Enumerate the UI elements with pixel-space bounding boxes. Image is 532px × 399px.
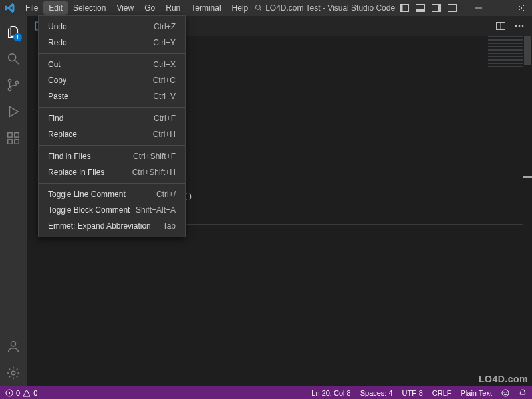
title-text: LO4D.com Test - Visual Studio Code <box>265 3 395 13</box>
svg-rect-3 <box>400 5 403 12</box>
menu-terminal[interactable]: Terminal <box>186 1 226 15</box>
svg-point-23 <box>11 371 15 375</box>
menu-edit[interactable]: Edit <box>43 1 68 15</box>
layout-customize-icon[interactable] <box>444 0 460 16</box>
menu-item-emmet-expand-abbreviation[interactable]: Emmet: Expand AbbreviationTab <box>39 218 185 234</box>
status-language[interactable]: Plain Text <box>461 389 493 397</box>
menu-item-shortcut: Ctrl+X <box>153 59 176 70</box>
menu-item-copy[interactable]: CopyCtrl+C <box>39 72 185 88</box>
svg-rect-8 <box>448 5 457 12</box>
title-bar: FileEditSelectionViewGoRunTerminalHelp L… <box>0 0 532 16</box>
activity-bar: 1 <box>0 16 27 386</box>
menu-file[interactable]: File <box>20 1 43 15</box>
menu-separator <box>39 107 185 108</box>
svg-point-22 <box>11 342 15 346</box>
svg-rect-10 <box>497 5 503 11</box>
maximize-button[interactable] <box>489 0 511 16</box>
close-button[interactable] <box>511 0 532 16</box>
warning-icon <box>23 389 31 397</box>
window-title: LO4D.com Test - Visual Studio Code <box>253 3 396 13</box>
menu-item-find-in-files[interactable]: Find in FilesCtrl+Shift+F <box>39 148 185 164</box>
split-editor-icon[interactable] <box>493 22 508 30</box>
menu-run[interactable]: Run <box>160 1 186 15</box>
layout-secondary-sidebar-icon[interactable] <box>428 0 444 16</box>
status-cursor[interactable]: Ln 20, Col 8 <box>311 389 350 397</box>
activity-settings[interactable] <box>0 360 27 386</box>
menu-item-shortcut: Ctrl+Shift+H <box>132 167 176 178</box>
svg-rect-20 <box>15 140 19 144</box>
play-icon <box>6 104 21 119</box>
activity-accounts[interactable] <box>0 333 27 360</box>
menu-item-shortcut: Ctrl+/ <box>156 189 176 200</box>
menu-item-replace-in-files[interactable]: Replace in FilesCtrl+Shift+H <box>39 164 185 180</box>
status-bell-icon[interactable] <box>519 389 527 397</box>
status-spaces[interactable]: Spaces: 4 <box>360 389 393 397</box>
search-icon <box>6 51 21 66</box>
menu-item-label: Emmet: Expand Abbreviation <box>48 221 151 231</box>
svg-point-0 <box>256 5 261 10</box>
menu-item-label: Replace <box>48 129 77 140</box>
activity-extensions[interactable] <box>0 125 27 152</box>
svg-rect-19 <box>8 140 12 144</box>
menu-item-label: Toggle Block Comment <box>48 205 130 215</box>
status-bar: 0 0 Ln 20, Col 8 Spaces: 4 UTF-8 CRLF Pl… <box>0 386 532 399</box>
menu-view[interactable]: View <box>111 1 139 15</box>
svg-point-13 <box>9 54 16 61</box>
activity-run-debug[interactable] <box>0 98 27 125</box>
status-eol[interactable]: CRLF <box>432 389 452 397</box>
menu-item-redo[interactable]: RedoCtrl+Y <box>39 35 185 51</box>
edit-menu-dropdown[interactable]: UndoCtrl+ZRedoCtrl+YCutCtrl+XCopyCtrl+CP… <box>38 15 186 237</box>
menu-item-cut[interactable]: CutCtrl+X <box>39 57 185 72</box>
svg-point-34 <box>506 392 507 392</box>
menu-selection[interactable]: Selection <box>68 1 111 15</box>
menu-item-undo[interactable]: UndoCtrl+Z <box>39 19 185 35</box>
status-problems[interactable]: 0 0 <box>5 389 37 397</box>
menu-item-label: Cut <box>48 59 61 70</box>
app-logo <box>4 2 16 14</box>
menu-item-paste[interactable]: PasteCtrl+V <box>39 88 185 104</box>
status-feedback-icon[interactable] <box>501 389 509 397</box>
watermark: LO4D.com <box>479 374 528 384</box>
gear-icon <box>6 366 21 380</box>
scrollbar-thumb[interactable] <box>524 36 531 65</box>
menu-go[interactable]: Go <box>139 1 160 15</box>
branch-icon <box>6 78 21 92</box>
menu-item-shortcut: Ctrl+Y <box>153 37 176 48</box>
menu-item-shortcut: Ctrl+H <box>153 129 176 140</box>
svg-line-14 <box>15 61 19 65</box>
menu-item-shortcut: Ctrl+Shift+F <box>133 151 176 162</box>
menu-item-shortcut: Ctrl+C <box>153 75 176 86</box>
menu-item-toggle-line-comment[interactable]: Toggle Line CommentCtrl+/ <box>39 186 185 202</box>
menu-separator <box>39 53 185 54</box>
svg-point-32 <box>502 390 509 396</box>
svg-point-27 <box>519 25 521 27</box>
svg-rect-5 <box>416 9 425 12</box>
layout-primary-sidebar-icon[interactable] <box>396 0 412 16</box>
menu-item-toggle-block-comment[interactable]: Toggle Block CommentShift+Alt+A <box>39 202 185 218</box>
menu-item-replace[interactable]: ReplaceCtrl+H <box>39 126 185 142</box>
menu-separator <box>39 145 185 146</box>
svg-point-28 <box>522 25 524 27</box>
vertical-scrollbar[interactable] <box>523 36 532 386</box>
menu-help[interactable]: Help <box>227 1 254 15</box>
svg-line-1 <box>260 9 262 11</box>
status-encoding[interactable]: UTF-8 <box>402 389 423 397</box>
minimize-button[interactable] <box>468 0 489 16</box>
menu-item-label: Redo <box>48 37 67 48</box>
more-actions-icon[interactable] <box>512 25 527 27</box>
layout-panel-icon[interactable] <box>412 0 428 16</box>
activity-search[interactable] <box>0 45 27 72</box>
menu-item-label: Find in Files <box>48 151 91 162</box>
explorer-badge: 1 <box>13 33 22 41</box>
menu-item-shortcut: Ctrl+V <box>153 91 176 102</box>
svg-point-33 <box>503 392 504 392</box>
activity-source-control[interactable] <box>0 72 27 98</box>
menu-item-shortcut: Tab <box>163 221 176 231</box>
svg-point-16 <box>8 88 11 90</box>
menu-item-find[interactable]: FindCtrl+F <box>39 110 185 126</box>
activity-explorer[interactable]: 1 <box>0 19 27 45</box>
status-errors-count: 0 <box>16 389 20 397</box>
svg-point-26 <box>515 25 517 27</box>
minimap[interactable] <box>488 36 523 68</box>
menu-item-shortcut: Ctrl+Z <box>154 21 176 32</box>
